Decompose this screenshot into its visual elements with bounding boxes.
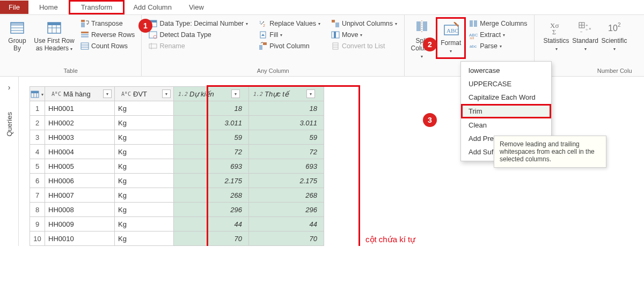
data-grid[interactable]: ▾ AᴮCMã hàng▾ AᴮCĐVT▾ 1.2Dự kiến▾ 1.2Thự…: [30, 86, 324, 246]
cell-dvt[interactable]: Kg: [115, 203, 174, 217]
column-header-thucte[interactable]: 1.2Thực tế▾: [249, 87, 324, 101]
cell-mahang[interactable]: HH0007: [45, 188, 115, 203]
cell-dukien[interactable]: 59: [174, 130, 249, 145]
scientific-button[interactable]: 102 Scientific▾: [602, 17, 627, 55]
tab-view[interactable]: View: [180, 1, 213, 14]
move-button[interactable]: Move ▾: [329, 29, 399, 40]
tab-file[interactable]: File: [0, 1, 28, 14]
cell-thucte[interactable]: 268: [249, 188, 324, 203]
row-header[interactable]: 8: [30, 203, 45, 217]
group-by-button[interactable]: Group By: [4, 17, 30, 55]
tab-home[interactable]: Home: [28, 1, 69, 14]
cell-dvt[interactable]: Kg: [115, 145, 174, 159]
cell-mahang[interactable]: HH0010: [45, 231, 115, 246]
cell-dukien[interactable]: 693: [174, 159, 249, 174]
cell-mahang[interactable]: HH0004: [45, 145, 115, 159]
cell-dvt[interactable]: Kg: [115, 159, 174, 174]
cell-thucte[interactable]: 70: [249, 231, 324, 246]
grid-corner[interactable]: ▾: [30, 87, 45, 101]
cell-thucte[interactable]: 72: [249, 145, 324, 159]
cell-dukien[interactable]: 3.011: [174, 116, 249, 130]
cell-dvt[interactable]: Kg: [115, 101, 174, 116]
row-header[interactable]: 7: [30, 188, 45, 203]
row-header[interactable]: 2: [30, 116, 45, 130]
table-row[interactable]: 3HH0003Kg5959: [30, 130, 324, 145]
replace-values-button[interactable]: 12 Replace Values ▾: [257, 18, 323, 29]
cell-mahang[interactable]: HH0009: [45, 217, 115, 231]
standard-button[interactable]: +÷−× Standard▾: [573, 17, 598, 55]
queries-panel-collapsed[interactable]: › Queries: [0, 77, 19, 246]
table-row[interactable]: 1HH0001Kg1818: [30, 101, 324, 116]
statistics-button[interactable]: XσΣ Statistics▾: [544, 17, 569, 55]
row-header[interactable]: 3: [30, 130, 45, 145]
row-header[interactable]: 4: [30, 145, 45, 159]
menu-clean[interactable]: Clean: [461, 118, 551, 132]
use-first-row-button[interactable]: Use First Row as Headers ▾: [33, 17, 75, 55]
cell-thucte[interactable]: 59: [249, 130, 324, 145]
data-type-button[interactable]: Data Type: Decimal Number ▾: [147, 18, 250, 29]
cell-dvt[interactable]: Kg: [115, 231, 174, 246]
expand-queries-icon[interactable]: ›: [8, 83, 11, 92]
column-header-mahang[interactable]: AᴮCMã hàng▾: [45, 87, 115, 101]
cell-thucte[interactable]: 3.011: [249, 116, 324, 130]
row-header[interactable]: 6: [30, 174, 45, 188]
pivot-column-button[interactable]: Pivot Column: [257, 41, 323, 51]
cell-dvt[interactable]: Kg: [115, 217, 174, 231]
menu-uppercase[interactable]: UPPERCASE: [461, 77, 551, 91]
cell-thucte[interactable]: 693: [249, 159, 324, 174]
column-header-dvt[interactable]: AᴮCĐVT▾: [115, 87, 174, 101]
cell-thucte[interactable]: 44: [249, 217, 324, 231]
count-rows-button[interactable]: Count Rows: [78, 41, 137, 51]
cell-mahang[interactable]: HH0002: [45, 116, 115, 130]
cell-mahang[interactable]: HH0008: [45, 203, 115, 217]
tab-add-column[interactable]: Add Column: [125, 1, 180, 14]
cell-mahang[interactable]: HH0003: [45, 130, 115, 145]
menu-capitalize[interactable]: Capitalize Each Word: [461, 91, 551, 104]
tab-transform[interactable]: Transform: [69, 0, 125, 14]
cell-dukien[interactable]: 268: [174, 188, 249, 203]
cell-dukien[interactable]: 296: [174, 203, 249, 217]
cell-dukien[interactable]: 70: [174, 231, 249, 246]
cell-dvt[interactable]: Kg: [115, 174, 174, 188]
cell-mahang[interactable]: HH0001: [45, 101, 115, 116]
transpose-button[interactable]: Transpose: [78, 18, 137, 29]
row-header[interactable]: 10: [30, 231, 45, 246]
cell-dukien[interactable]: 18: [174, 101, 249, 116]
filter-dropdown-icon[interactable]: ▾: [306, 89, 315, 98]
cell-dukien[interactable]: 44: [174, 217, 249, 231]
row-header[interactable]: 9: [30, 217, 45, 231]
cell-dukien[interactable]: 2.175: [174, 174, 249, 188]
fill-button[interactable]: Fill ▾: [257, 29, 323, 40]
merge-columns-button[interactable]: Merge Columns: [467, 18, 529, 29]
menu-trim[interactable]: Trim: [461, 104, 551, 118]
menu-lowercase[interactable]: lowercase: [461, 64, 551, 77]
cell-mahang[interactable]: HH0006: [45, 174, 115, 188]
filter-dropdown-icon[interactable]: ▾: [103, 89, 112, 98]
cell-dvt[interactable]: Kg: [115, 116, 174, 130]
cell-dvt[interactable]: Kg: [115, 130, 174, 145]
cell-thucte[interactable]: 2.175: [249, 174, 324, 188]
filter-dropdown-icon[interactable]: ▾: [231, 89, 240, 98]
cell-thucte[interactable]: 18: [249, 101, 324, 116]
table-row[interactable]: 8HH0008Kg296296: [30, 203, 324, 217]
row-header[interactable]: 5: [30, 159, 45, 174]
table-row[interactable]: 6HH0006Kg2.1752.175: [30, 174, 324, 188]
table-row[interactable]: 5HH0005Kg693693: [30, 159, 324, 174]
table-row[interactable]: 10HH0010Kg7070: [30, 231, 324, 246]
table-row[interactable]: 7HH0007Kg268268: [30, 188, 324, 203]
filter-dropdown-icon[interactable]: ▾: [162, 89, 171, 98]
unpivot-columns-button[interactable]: Unpivot Columns ▾: [329, 18, 399, 29]
format-button[interactable]: ABC Format▾: [438, 19, 464, 57]
reverse-rows-button[interactable]: Reverse Rows: [78, 29, 137, 40]
table-row[interactable]: 9HH0009Kg4444: [30, 217, 324, 231]
column-header-dukien[interactable]: 1.2Dự kiến▾: [174, 87, 249, 101]
cell-thucte[interactable]: 296: [249, 203, 324, 217]
cell-dvt[interactable]: Kg: [115, 188, 174, 203]
extract-button[interactable]: ABC123 Extract ▾: [467, 29, 529, 40]
cell-dukien[interactable]: 72: [174, 145, 249, 159]
row-header[interactable]: 1: [30, 101, 45, 116]
parse-button[interactable]: abc Parse ▾: [467, 41, 529, 51]
cell-mahang[interactable]: HH0005: [45, 159, 115, 174]
table-row[interactable]: 2HH0002Kg3.0113.011: [30, 116, 324, 130]
detect-data-type-button[interactable]: Detect Data Type: [147, 29, 250, 40]
